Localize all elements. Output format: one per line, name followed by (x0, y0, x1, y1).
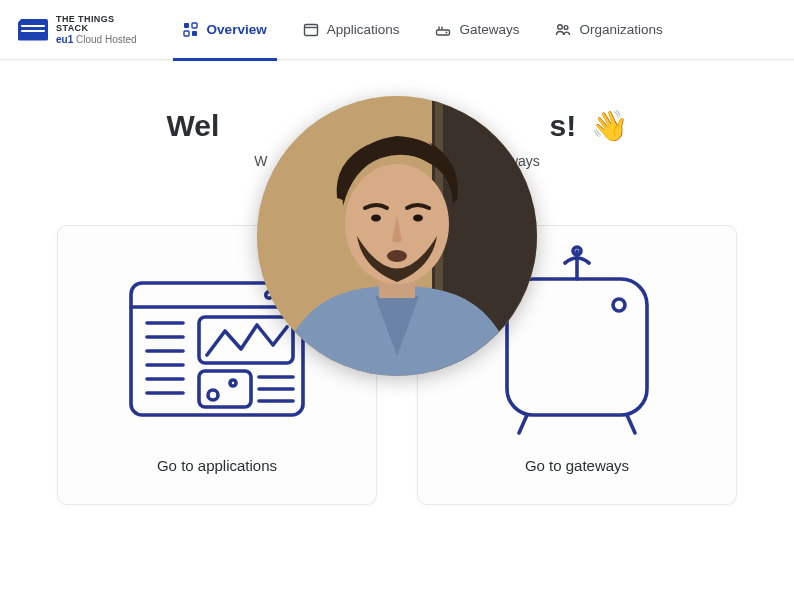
svg-rect-1 (192, 23, 197, 28)
brand-texts: THE THINGS STACK eu1 Cloud Hosted (56, 15, 137, 45)
svg-point-42 (413, 215, 423, 222)
presenter-avatar (257, 96, 537, 376)
brand-line2: STACK (56, 23, 88, 33)
welcome-title-suffix: s! (549, 109, 576, 142)
brand-cluster-prefix: eu1 (56, 34, 73, 45)
svg-rect-2 (184, 31, 189, 36)
overview-grid-icon (183, 22, 199, 38)
nav-tab-overview-label: Overview (207, 22, 267, 37)
svg-point-43 (387, 250, 407, 262)
svg-point-7 (446, 31, 448, 33)
top-nav: THE THINGS STACK eu1 Cloud Hosted Overvi… (0, 0, 794, 60)
nav-tab-gateways-label: Gateways (459, 22, 519, 37)
page-body: Wel come back, username s! 👋 W alkthroug… (0, 60, 794, 505)
nav-tab-organizations-label: Organizations (579, 22, 662, 37)
svg-rect-24 (199, 371, 251, 407)
card-applications-label: Go to applications (157, 457, 277, 474)
welcome-subtitle-prefix: W (254, 153, 267, 169)
svg-point-41 (371, 215, 381, 222)
svg-rect-3 (192, 31, 197, 36)
nav-tab-overview[interactable]: Overview (165, 0, 285, 60)
svg-point-10 (558, 24, 563, 29)
svg-point-11 (565, 25, 569, 29)
svg-rect-6 (437, 30, 450, 35)
svg-line-34 (519, 415, 527, 433)
svg-rect-4 (304, 24, 317, 35)
gateways-router-icon (435, 22, 451, 38)
wave-emoji-icon: 👋 (591, 108, 628, 143)
svg-point-26 (230, 380, 236, 386)
svg-rect-0 (184, 23, 189, 28)
svg-rect-32 (507, 279, 647, 415)
nav-tab-gateways[interactable]: Gateways (417, 0, 537, 60)
svg-point-33 (613, 299, 625, 311)
brand-cluster: eu1 Cloud Hosted (56, 35, 137, 45)
applications-window-icon (303, 22, 319, 38)
organizations-people-icon (555, 22, 571, 38)
card-gateways-label: Go to gateways (525, 457, 629, 474)
brand-block[interactable]: THE THINGS STACK eu1 Cloud Hosted (18, 15, 137, 45)
welcome-title-prefix: Wel (166, 109, 219, 142)
nav-tab-organizations[interactable]: Organizations (537, 0, 680, 60)
nav-tab-applications[interactable]: Applications (285, 0, 418, 60)
brand-logo-icon (18, 19, 48, 41)
svg-point-25 (208, 390, 218, 400)
svg-line-35 (627, 415, 635, 433)
brand-cluster-suffix: Cloud Hosted (73, 34, 136, 45)
nav-tab-applications-label: Applications (327, 22, 400, 37)
nav-tabs: Overview Applications Gateways Organizat… (165, 0, 681, 60)
